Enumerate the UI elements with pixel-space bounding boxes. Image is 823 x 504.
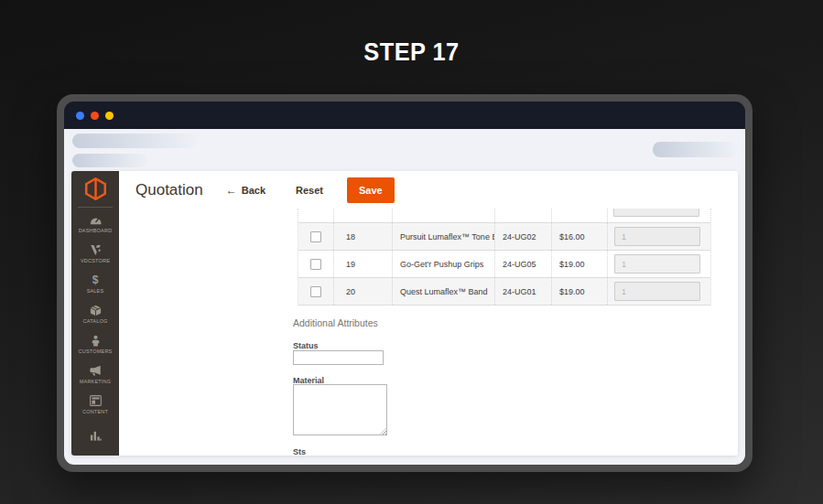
sidebar-divider bbox=[78, 207, 113, 208]
magento-admin-app: DASHBOARD VDCSTORE bbox=[71, 171, 738, 456]
vdcstore-icon bbox=[90, 243, 102, 256]
content-icon bbox=[90, 394, 102, 407]
page-background: STEP 17 bbox=[0, 0, 823, 504]
reset-button[interactable]: Reset bbox=[296, 185, 323, 196]
cell-sku: 24-UG05 bbox=[494, 251, 551, 277]
cell-price: $19.00 bbox=[551, 251, 607, 277]
skeleton-placeholder-bar bbox=[72, 154, 148, 167]
browser-titlebar bbox=[64, 102, 745, 129]
row-checkbox[interactable] bbox=[310, 286, 321, 297]
window-control-blue-dot[interactable] bbox=[76, 112, 84, 120]
row-checkbox[interactable] bbox=[310, 231, 321, 242]
sidebar-item-label: SALES bbox=[87, 288, 104, 294]
sidebar-item-dashboard[interactable]: DASHBOARD bbox=[71, 210, 119, 241]
cell-id: 18 bbox=[333, 223, 392, 250]
magento-logo-icon[interactable] bbox=[85, 177, 106, 201]
marketing-icon bbox=[90, 364, 102, 377]
sidebar-item-reports[interactable] bbox=[71, 426, 119, 456]
sts-field-label: Sts bbox=[293, 447, 306, 456]
browser-viewport: DASHBOARD VDCSTORE bbox=[64, 129, 745, 465]
save-button[interactable]: Save bbox=[347, 177, 395, 203]
dashboard-icon bbox=[90, 213, 102, 226]
qty-input[interactable] bbox=[614, 227, 700, 246]
cell-sku: 24-UG01 bbox=[494, 278, 551, 305]
sidebar-item-label: DASHBOARD bbox=[79, 228, 113, 233]
customers-icon bbox=[91, 334, 101, 347]
skeleton-placeholder-bar bbox=[653, 142, 737, 157]
cell-product-name: Quest Lumaflex™ Band bbox=[392, 278, 494, 305]
sidebar-item-content[interactable]: CONTENT bbox=[71, 391, 119, 422]
table-row: 20 Quest Lumaflex™ Band 24-UG01 $19.00 bbox=[298, 278, 710, 306]
status-field-label: Status bbox=[293, 341, 319, 350]
catalog-icon bbox=[90, 304, 102, 316]
table-row: 19 Go-Get'r Pushup Grips 24-UG05 $19.00 bbox=[298, 251, 710, 278]
sidebar-item-label: CATALOG bbox=[83, 318, 108, 324]
qty-input[interactable] bbox=[614, 282, 700, 301]
additional-attributes-heading: Additional Attributes bbox=[293, 317, 378, 328]
sidebar-menu: DASHBOARD VDCSTORE bbox=[71, 210, 119, 456]
sidebar-item-sales[interactable]: $ SALES bbox=[71, 271, 119, 301]
row-checkbox[interactable] bbox=[310, 259, 321, 270]
qty-input[interactable] bbox=[614, 254, 700, 273]
page-title: Quotation bbox=[135, 181, 203, 199]
cell-price: $19.00 bbox=[551, 278, 607, 305]
table-row: 18 Pursuit Lumaflex™ Tone Band 24-UG02 $… bbox=[298, 223, 710, 251]
cell-product-name: Go-Get'r Pushup Grips bbox=[392, 251, 494, 277]
browser-window-frame: DASHBOARD VDCSTORE bbox=[57, 94, 753, 472]
sidebar-item-marketing[interactable]: MARKETING bbox=[71, 361, 119, 391]
sidebar-item-vdcstore[interactable]: VDCSTORE bbox=[71, 241, 119, 271]
reports-icon bbox=[90, 429, 102, 442]
qty-input[interactable] bbox=[613, 209, 699, 217]
window-control-red-dot[interactable] bbox=[91, 112, 99, 120]
sidebar-item-label: VDCSTORE bbox=[81, 258, 110, 263]
material-textarea[interactable] bbox=[293, 384, 387, 435]
skeleton-placeholder-bar bbox=[72, 134, 198, 148]
cell-id: 19 bbox=[333, 251, 392, 277]
sidebar-item-customers[interactable]: CUSTOMERS bbox=[71, 331, 119, 361]
admin-main-area: Quotation ← Back Reset Save bbox=[119, 171, 738, 456]
sales-icon: $ bbox=[92, 273, 99, 286]
cell-product-name: Pursuit Lumaflex™ Tone Band bbox=[392, 223, 494, 250]
sidebar-item-catalog[interactable]: CATALOG bbox=[71, 301, 119, 331]
cell-price: $16.00 bbox=[551, 223, 607, 250]
back-arrow-icon: ← bbox=[226, 184, 237, 197]
back-label: Back bbox=[242, 185, 265, 196]
cell-sku: 24-UG02 bbox=[494, 223, 551, 250]
admin-sidebar: DASHBOARD VDCSTORE bbox=[71, 171, 119, 456]
status-input[interactable] bbox=[293, 350, 384, 365]
material-textarea-wrap bbox=[293, 384, 387, 435]
sidebar-item-label: MARKETING bbox=[80, 379, 112, 384]
sidebar-item-label: CONTENT bbox=[82, 409, 108, 414]
sidebar-item-label: CUSTOMERS bbox=[79, 349, 113, 354]
table-row-partial bbox=[298, 209, 710, 223]
window-control-yellow-dot[interactable] bbox=[105, 112, 114, 120]
step-title: STEP 17 bbox=[25, 38, 798, 67]
back-button[interactable]: ← Back bbox=[226, 184, 265, 197]
page-header: Quotation ← Back Reset Save bbox=[119, 171, 738, 209]
products-table: 18 Pursuit Lumaflex™ Tone Band 24-UG02 $… bbox=[298, 209, 711, 306]
cell-id: 20 bbox=[333, 278, 392, 305]
